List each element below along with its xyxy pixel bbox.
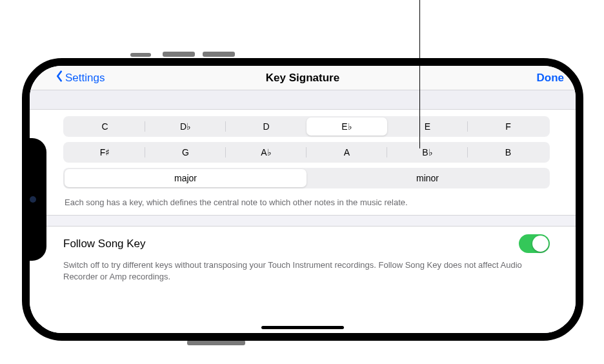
back-label: Settings xyxy=(65,72,105,85)
key-option-f[interactable]: F♯ xyxy=(65,143,145,161)
key-row-2: F♯GA♭AB♭B xyxy=(63,142,550,163)
key-option-c[interactable]: C xyxy=(65,117,145,136)
home-indicator[interactable] xyxy=(261,326,344,329)
follow-song-key-description: Switch off to try different keys without… xyxy=(63,258,550,283)
key-option-e[interactable]: E♭ xyxy=(307,117,387,136)
phone-mute-switch xyxy=(130,53,151,57)
key-option-b[interactable]: B♭ xyxy=(387,143,468,161)
iphone-notch xyxy=(22,138,46,261)
back-button[interactable]: Settings xyxy=(55,70,105,85)
key-description: Each song has a key, which defines the c… xyxy=(63,194,550,215)
section-gap xyxy=(30,215,583,227)
done-button[interactable]: Done xyxy=(537,72,565,85)
screen: Settings Key Signature Done CD♭DE♭EF F♯G… xyxy=(30,66,576,333)
phone-power-button xyxy=(187,340,245,345)
scale-option-major[interactable]: major xyxy=(65,169,307,187)
phone-volume-down xyxy=(203,52,235,57)
phone-volume-up xyxy=(163,52,195,57)
key-option-g[interactable]: G xyxy=(145,143,226,161)
follow-song-key-toggle[interactable] xyxy=(519,234,550,253)
key-option-f[interactable]: F xyxy=(468,117,549,136)
callout-line xyxy=(419,0,420,148)
content-area: CD♭DE♭EF F♯GA♭AB♭B majorminor Each song … xyxy=(30,110,576,333)
key-option-a[interactable]: A♭ xyxy=(226,143,307,161)
page-title: Key Signature xyxy=(266,72,339,85)
key-option-d[interactable]: D xyxy=(226,117,307,136)
iphone-frame: Settings Key Signature Done CD♭DE♭EF F♯G… xyxy=(22,58,583,341)
key-row-1: CD♭DE♭EF xyxy=(63,116,550,137)
follow-song-key-row: Follow Song Key xyxy=(63,227,550,258)
nav-bar: Settings Key Signature Done xyxy=(30,66,576,90)
nav-separator xyxy=(30,90,576,110)
chevron-left-icon xyxy=(55,70,63,85)
scale-row: majorminor xyxy=(63,168,550,188)
key-option-b[interactable]: B xyxy=(468,143,549,161)
key-option-d[interactable]: D♭ xyxy=(145,117,226,136)
key-option-e[interactable]: E xyxy=(387,117,468,136)
key-option-a[interactable]: A xyxy=(307,143,387,161)
follow-song-key-label: Follow Song Key xyxy=(63,238,146,250)
scale-option-minor[interactable]: minor xyxy=(307,169,549,187)
